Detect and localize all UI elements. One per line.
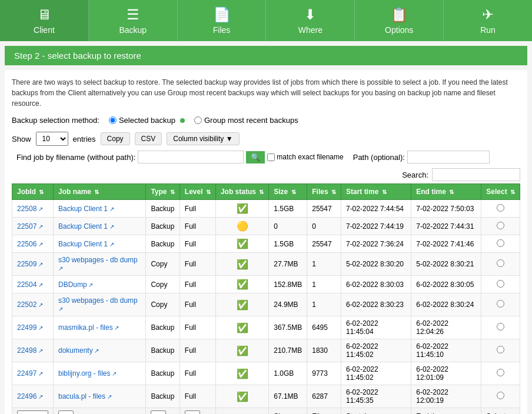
footer-jobname-select[interactable] xyxy=(58,410,74,414)
jobid-link[interactable]: 22506 xyxy=(17,240,43,248)
cell-status: ✅ xyxy=(215,293,268,316)
content-area: There are two ways to select backup to r… xyxy=(5,70,527,414)
row-select-radio[interactable] xyxy=(497,323,504,330)
cell-type: Backup xyxy=(146,200,179,218)
row-select-radio[interactable] xyxy=(497,239,504,247)
row-select-radio[interactable] xyxy=(497,259,504,267)
copy-button[interactable]: Copy xyxy=(101,132,130,145)
find-input[interactable] xyxy=(138,151,244,163)
row-select-radio[interactable] xyxy=(497,346,504,353)
cell-size: 1.0GB xyxy=(269,362,307,385)
nav-item-run[interactable]: ✈Run xyxy=(444,0,532,41)
row-select-radio[interactable] xyxy=(497,369,504,376)
column-visibility-button[interactable]: Column visibility ▼ xyxy=(167,132,239,145)
footer-jobid-select[interactable]: JobId xyxy=(17,410,48,414)
nav-item-backup[interactable]: ☰Backup xyxy=(89,0,178,41)
jobname-link[interactable]: dokumenty xyxy=(58,346,99,355)
row-select-radio[interactable] xyxy=(497,204,504,212)
jobname-link[interactable]: Backup Client 1 xyxy=(58,205,114,213)
search-input[interactable] xyxy=(432,168,520,181)
cell-files: 25547 xyxy=(307,235,341,253)
selected-backup-radio[interactable] xyxy=(109,116,117,124)
row-select-radio[interactable] xyxy=(497,280,504,288)
nav-item-client[interactable]: 🖥Client xyxy=(0,0,89,41)
status-ok-icon: ✅ xyxy=(237,392,248,402)
cell-end: 6-02-2022 12:01:09 xyxy=(411,362,481,385)
match-label[interactable]: match exact filename xyxy=(267,153,343,161)
footer-type-select[interactable] xyxy=(151,410,166,414)
cell-status: ✅ xyxy=(215,235,268,253)
nav-item-where[interactable]: ⬇Where xyxy=(266,0,355,41)
jobs-table: JobId ⇅ Job name ⇅ Type ⇅ Level ⇅ Job st… xyxy=(12,183,520,414)
jobname-link[interactable]: masmika.pl - files xyxy=(58,323,119,332)
jobname-link[interactable]: s30 webpages - db dump xyxy=(58,256,138,272)
nav-item-options[interactable]: 📋Options xyxy=(355,0,444,41)
search-button[interactable]: 🔍 xyxy=(246,151,265,163)
jobid-link[interactable]: 22508 xyxy=(17,205,43,213)
cell-end: 6-02-2022 12:00:19 xyxy=(411,385,481,408)
entries-label: entries xyxy=(73,135,96,143)
cell-select xyxy=(481,339,520,362)
cell-status: ✅ xyxy=(215,339,268,362)
cell-files: 1 xyxy=(307,253,341,276)
col-starttime[interactable]: Start time ⇅ xyxy=(341,184,411,200)
cell-jobname: dokumenty xyxy=(54,339,146,362)
search-label: Search: xyxy=(402,171,428,179)
cell-jobid: 22496 xyxy=(12,385,54,408)
cell-status: ✅ xyxy=(215,362,268,385)
jobname-link[interactable]: Backup Client 1 xyxy=(58,240,114,248)
status-ok-icon: ✅ xyxy=(237,346,248,356)
jobid-link[interactable]: 22499 xyxy=(17,323,43,332)
row-select-radio[interactable] xyxy=(497,222,504,229)
cell-jobid: 22506 xyxy=(12,235,54,253)
cell-files: 6287 xyxy=(307,385,341,408)
jobname-link[interactable]: biblijny.org - files xyxy=(58,369,117,378)
cell-jobid: 22499 xyxy=(12,316,54,339)
cell-size: 27.7MB xyxy=(269,253,307,276)
run-icon: ✈ xyxy=(482,6,494,23)
col-type[interactable]: Type ⇅ xyxy=(146,184,179,200)
cell-jobname: Backup Client 1 xyxy=(54,218,146,235)
path-input[interactable] xyxy=(407,151,490,163)
show-select[interactable]: 102550100 xyxy=(36,132,68,146)
col-jobname[interactable]: Job name ⇅ xyxy=(54,184,146,200)
jobid-link[interactable]: 22496 xyxy=(17,392,43,400)
cell-size: 367.5MB xyxy=(269,316,307,339)
jobid-link[interactable]: 22502 xyxy=(17,301,43,309)
col-size[interactable]: Size ⇅ xyxy=(269,184,307,200)
cell-start: 5-02-2022 8:30:20 xyxy=(341,253,411,276)
footer-level-select[interactable] xyxy=(185,410,200,414)
jobid-link[interactable]: 22497 xyxy=(17,369,43,378)
row-select-radio[interactable] xyxy=(497,300,504,308)
jobname-link[interactable]: bacula.pl - files xyxy=(58,392,112,400)
jobname-link[interactable]: Backup Client 1 xyxy=(58,222,114,231)
row-select-radio[interactable] xyxy=(497,392,504,399)
cell-files: 0 xyxy=(307,218,341,235)
csv-button[interactable]: CSV xyxy=(135,132,162,145)
cell-type: Backup xyxy=(146,235,179,253)
selection-method: Backup selection method: Selected backup… xyxy=(12,116,520,125)
group-most-recent-radio-label[interactable]: Group most recent backups xyxy=(194,116,298,125)
jobid-link[interactable]: 22498 xyxy=(17,346,43,355)
selected-backup-radio-label[interactable]: Selected backup xyxy=(109,116,185,125)
jobname-link[interactable]: s30 webpages - db dump xyxy=(58,296,138,313)
col-files[interactable]: Files ⇅ xyxy=(307,184,341,200)
status-ok-icon: ✅ xyxy=(237,259,248,269)
cell-select xyxy=(481,276,520,293)
group-most-recent-radio[interactable] xyxy=(194,116,202,124)
col-select[interactable]: Select ⇅ xyxy=(481,184,520,200)
match-exact-checkbox[interactable] xyxy=(267,153,275,161)
jobid-link[interactable]: 22504 xyxy=(17,281,43,289)
find-label: Find job by filename (without path): xyxy=(16,153,135,162)
step-header: Step 2 - select backup to restore xyxy=(5,46,527,65)
nav-item-files[interactable]: 📄Files xyxy=(178,0,267,41)
jobid-link[interactable]: 22509 xyxy=(17,260,43,268)
col-jobstatus[interactable]: Job status ⇅ xyxy=(215,184,268,200)
jobname-link[interactable]: DBDump xyxy=(58,281,93,289)
table-row: 22499 masmika.pl - files Backup Full ✅ 3… xyxy=(12,316,520,339)
cell-jobname: s30 webpages - db dump xyxy=(54,253,146,276)
jobid-link[interactable]: 22507 xyxy=(17,222,43,231)
col-endtime[interactable]: End time ⇅ xyxy=(411,184,481,200)
col-level[interactable]: Level ⇅ xyxy=(179,184,215,200)
col-jobid[interactable]: JobId ⇅ xyxy=(12,184,54,200)
